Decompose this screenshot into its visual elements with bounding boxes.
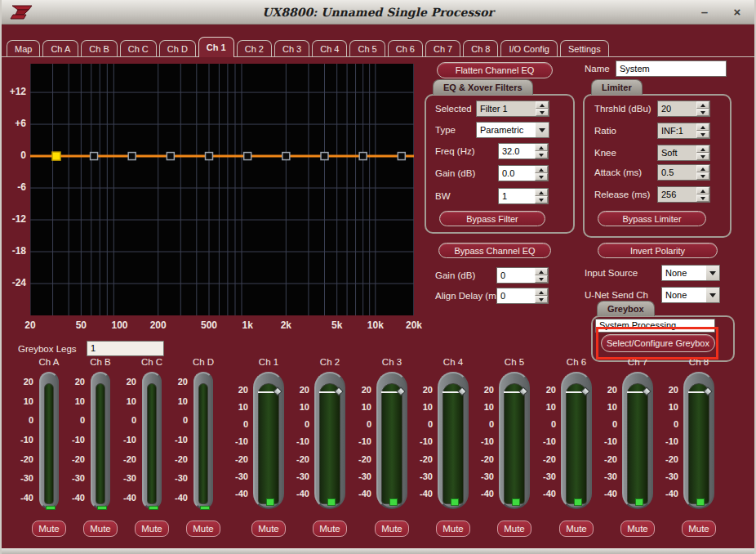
tab-ch-d[interactable]: Ch D [159, 40, 196, 56]
channel-gain-spin-buttons[interactable] [535, 267, 549, 284]
ratio-spin-buttons[interactable] [696, 123, 710, 139]
tab-ch-7[interactable]: Ch 7 [425, 40, 460, 56]
eq-filter-handle-5[interactable] [206, 153, 213, 160]
meter-tick: 20 [168, 377, 188, 386]
tab-ch-4[interactable]: Ch 4 [312, 40, 347, 56]
meter-tick: -20 [65, 454, 85, 464]
knee-value[interactable]: Soft [657, 145, 696, 161]
meter-scale-ch-b: 20100-10-20-30-40 [65, 377, 87, 503]
meter-tick: 0 [225, 419, 248, 429]
mute-button-ch-6[interactable]: Mute [559, 520, 594, 537]
eq-filter-handle-1[interactable] [52, 152, 60, 160]
flatten-channel-eq-button[interactable]: Flatten Channel EQ [437, 62, 553, 78]
unet-send-value[interactable]: None [661, 287, 706, 303]
selected-filter-spin-buttons[interactable] [536, 101, 549, 117]
meter-tick: 0 [533, 419, 556, 429]
tab-ch-a[interactable]: Ch A [42, 40, 78, 56]
tab-ch-2[interactable]: Ch 2 [237, 40, 272, 56]
meter-tick: 20 [533, 385, 556, 395]
name-input[interactable]: System [616, 60, 727, 77]
freq-value[interactable]: 32.0 [498, 143, 535, 159]
meter-well-ch-a [44, 383, 54, 504]
eq-filter-handle-4[interactable] [167, 153, 174, 160]
selected-filter-value[interactable]: Filter 1 [476, 101, 536, 117]
align-delay-spin-buttons[interactable] [535, 288, 549, 304]
mute-button-ch-8[interactable]: Mute [682, 520, 716, 537]
eq-filter-handle-10[interactable] [398, 153, 405, 160]
bw-spin-buttons[interactable] [535, 188, 549, 204]
tab-ch-8[interactable]: Ch 8 [463, 40, 498, 56]
bw-label: BW [435, 188, 451, 204]
tab-ch-b[interactable]: Ch B [81, 40, 117, 56]
tab-i-o-config[interactable]: I/O Config [500, 40, 558, 56]
mute-button-ch-1[interactable]: Mute [251, 520, 286, 537]
invert-polarity-button[interactable]: Invert Polarity [598, 243, 718, 258]
bw-value[interactable]: 1 [498, 188, 535, 204]
mute-button-ch-4[interactable]: Mute [436, 520, 470, 537]
greybox-tab[interactable]: Greybox [597, 301, 655, 316]
tab-ch-1[interactable]: Ch 1 [198, 37, 234, 57]
channel-gain-value[interactable]: 0 [496, 267, 535, 284]
eq-filter-handle-2[interactable] [91, 153, 98, 160]
greybox-legs-input[interactable]: 1 [87, 341, 164, 356]
eq-xover-filters-tab[interactable]: EQ & Xover Filters [433, 79, 533, 95]
greybox-processing-field[interactable]: System Processing [595, 319, 715, 333]
ratio-value[interactable]: INF:1 [657, 123, 696, 139]
bypass-limiter-button[interactable]: Bypass Limiter [598, 211, 706, 226]
bypass-filter-button[interactable]: Bypass Filter [439, 211, 545, 226]
mute-button-ch-c[interactable]: Mute [135, 520, 169, 537]
mute-button-ch-5[interactable]: Mute [497, 520, 531, 537]
limiter-tab[interactable]: Limiter [591, 79, 643, 95]
tab-ch-5[interactable]: Ch 5 [349, 40, 385, 56]
unet-send-dropdown-button[interactable] [706, 287, 720, 303]
release-spin-buttons[interactable] [696, 186, 710, 203]
mute-button-ch-3[interactable]: Mute [375, 520, 409, 537]
align-delay-value[interactable]: 0 [496, 288, 535, 304]
tab-ch-c[interactable]: Ch C [120, 40, 157, 56]
mute-button-ch-2[interactable]: Mute [313, 520, 347, 537]
meter-well-ch-2 [319, 383, 340, 504]
filter-gain-spin-buttons[interactable] [535, 165, 549, 181]
attack-spin-buttons[interactable] [696, 164, 710, 181]
meter-tick: 10 [168, 396, 188, 406]
eq-x-tick-5: 1k [233, 319, 262, 331]
eq-filter-handle-8[interactable] [321, 153, 328, 160]
tab-map[interactable]: Map [7, 40, 40, 56]
meter-tick: 10 [594, 402, 617, 412]
tab-settings[interactable]: Settings [560, 40, 609, 56]
knee-spin-buttons[interactable] [696, 145, 710, 161]
meter-tick: 20 [349, 385, 371, 395]
mute-button-ch-7[interactable]: Mute [620, 520, 655, 537]
tab-ch-3[interactable]: Ch 3 [274, 40, 309, 56]
freq-spin-buttons[interactable] [535, 143, 549, 159]
eq-filter-handle-7[interactable] [282, 153, 290, 160]
meter-tick: -40 [594, 489, 617, 498]
eq-filter-handle-6[interactable] [244, 153, 251, 160]
input-source-dropdown: None [661, 265, 720, 281]
tab-ch-6[interactable]: Ch 6 [388, 40, 423, 56]
minimize-button[interactable]: – [692, 0, 717, 23]
input-source-dropdown-button[interactable] [706, 265, 720, 281]
mute-button-ch-d[interactable]: Mute [186, 520, 220, 537]
meter-well-ch-b [96, 383, 105, 504]
release-value[interactable]: 256 [657, 186, 696, 203]
attack-value[interactable]: 0.5 [657, 164, 696, 181]
threshold-spin-buttons[interactable] [696, 101, 710, 117]
bypass-channel-eq-button[interactable]: Bypass Channel EQ [438, 243, 551, 258]
unet-send-dropdown: None [661, 287, 720, 303]
meter-tick: -20 [533, 454, 556, 464]
filter-gain-value[interactable]: 0.0 [498, 165, 535, 181]
eq-filter-handle-9[interactable] [359, 153, 367, 160]
mute-button-ch-a[interactable]: Mute [32, 520, 66, 537]
eq-plot[interactable] [30, 64, 414, 315]
select-configure-greybox-button[interactable]: Select/Configure Greybox [601, 334, 715, 352]
filter-type-dropdown-button[interactable] [536, 122, 549, 138]
input-source-value[interactable]: None [661, 265, 706, 281]
threshold-value[interactable]: 20 [657, 101, 696, 117]
meter-well-ch-7 [627, 383, 648, 504]
close-button[interactable]: × [725, 0, 749, 23]
eq-filter-handle-3[interactable] [128, 153, 136, 160]
filter-type-value[interactable]: Parametric [476, 122, 536, 138]
mute-button-ch-b[interactable]: Mute [83, 520, 118, 537]
meter-label-ch-7: Ch 7 [628, 357, 647, 367]
